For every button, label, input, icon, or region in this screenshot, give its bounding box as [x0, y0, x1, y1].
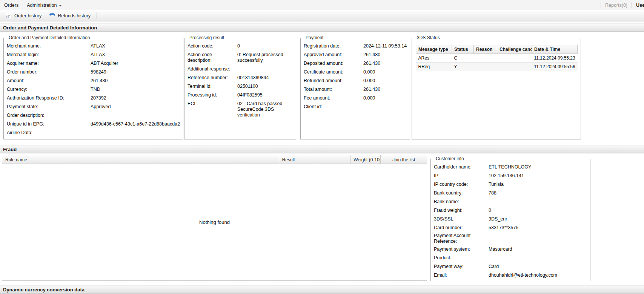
field-value: Tunisia: [489, 182, 590, 187]
field-label: Merchant name:: [7, 43, 91, 49]
field-value: 598249: [91, 69, 183, 75]
field-label: IP:: [434, 173, 489, 179]
toolbar: Order history Refunds history: [0, 10, 644, 21]
field-row: Payment Account Reference:: [431, 232, 590, 245]
field-label: Order description:: [7, 113, 91, 118]
field-row: Order number:598249: [4, 68, 183, 77]
threeds-cell: [474, 63, 497, 71]
field-label: Bank country:: [434, 190, 489, 196]
threeds-col-challenge-cancel[interactable]: Challenge cancel: [497, 45, 532, 54]
order-history-button[interactable]: Order history: [2, 11, 45, 21]
threeds-cell: [474, 54, 497, 63]
menu-administration-label: Administration: [27, 3, 57, 8]
menu-reports[interactable]: Reports(0): [601, 1, 632, 10]
menu-orders[interactable]: Orders: [0, 1, 23, 10]
fraud-col-weight[interactable]: Weight (0-100): [350, 155, 381, 164]
field-label: Order number:: [7, 69, 91, 75]
dcc-section-title: Dynamic currency conversion data: [3, 287, 85, 292]
threeds-col-date-time[interactable]: Date & Time: [532, 45, 578, 54]
field-label: Certificate amount:: [304, 69, 363, 75]
menu-user[interactable]: Use: [632, 1, 644, 10]
customer-info-fieldset: Customer info Cardholder name:ETL TECHNO…: [430, 156, 590, 281]
refund-arrow-icon: [49, 12, 55, 19]
field-label: IP country code:: [434, 182, 489, 187]
field-value: 533173**3575: [489, 225, 590, 231]
threeds-cell: 11.12.2024 09:55:56: [532, 63, 578, 71]
threeds-col-status[interactable]: Status: [452, 45, 474, 54]
threeds-col-reason[interactable]: Reason: [474, 45, 497, 54]
field-label: Refunded amount:: [304, 78, 363, 84]
field-label: Currency:: [7, 87, 91, 92]
field-label: Product:: [434, 255, 489, 261]
fraud-col-join-list[interactable]: Join the list: [381, 155, 427, 164]
threeds-cell: 11.12.2024 09:55:23: [532, 54, 578, 63]
field-row: Airline Data:: [4, 129, 183, 137]
field-value: 0.000: [363, 69, 410, 75]
field-value: Mastercard: [489, 247, 590, 252]
field-label: Approved amount:: [304, 52, 363, 58]
fraud-table-header: Rule name Result Weight (0-100) Join the…: [2, 155, 427, 164]
field-value: Card: [489, 264, 590, 270]
field-label: Processing id:: [188, 92, 237, 98]
threeds-cell: C: [452, 54, 474, 63]
field-label: Bank name:: [434, 199, 489, 205]
field-row: Merchant name:ATLAX: [4, 42, 183, 51]
field-row: Payment system:Mastercard: [431, 245, 590, 254]
field-value: ATLAX: [91, 43, 183, 49]
threeds-col-message-type[interactable]: Message type: [416, 45, 452, 54]
field-row: Payment state:Approved: [4, 103, 183, 111]
field-row: Email:dhouhahidri@etl-technology.com: [431, 271, 590, 280]
field-value: dhouhahidri@etl-technology.com: [489, 273, 590, 278]
field-value: ETL TECHNOLOGY: [489, 164, 590, 170]
fraud-section-title: Fraud: [3, 147, 17, 152]
field-value: 0.000: [363, 95, 410, 101]
field-value: 0: [237, 43, 296, 49]
threeds-cell: RReq: [416, 63, 452, 71]
order-history-icon: [6, 12, 12, 20]
field-label: Reference number:: [188, 75, 237, 81]
field-row: Acquirer name:ABT Acquirer: [4, 59, 183, 68]
field-row: Payment way:Card: [431, 262, 590, 271]
threeds-cell: Y: [452, 63, 474, 71]
field-row: Bank country:788: [431, 189, 590, 198]
fraud-empty-text: Nothing found: [199, 219, 230, 225]
menu-administration[interactable]: Administration: [23, 1, 66, 10]
field-value: 02501100: [237, 84, 296, 89]
field-value: 04IF082595: [237, 92, 296, 98]
field-row: Action code:0: [184, 42, 296, 51]
field-value: Approved: [91, 104, 183, 110]
field-row: Order description:: [4, 111, 183, 120]
refunds-history-button[interactable]: Refunds history: [45, 11, 94, 21]
threeds-cell: ARes: [416, 54, 452, 63]
field-value: 2024-12-11 09:53:14: [363, 43, 410, 49]
fraud-table-body: Nothing found: [2, 164, 427, 281]
field-row: Approved amount:261.430: [301, 51, 410, 59]
threeds-row: ARes C 11.12.2024 09:55:23: [416, 54, 578, 63]
field-row: Bank name:: [431, 198, 590, 206]
field-row: 3DS/SSL:3DS_enr: [431, 215, 590, 224]
order-details-legend: Order and Payment Detailed Information: [7, 35, 92, 40]
threeds-table-wrap: Message type Status Reason Challenge can…: [412, 42, 581, 132]
field-label: Airline Data:: [7, 130, 91, 136]
payment-legend: Payment: [304, 35, 325, 40]
field-row: Processing id:04IF082595: [184, 91, 296, 100]
field-row: Action code description:0: Request proce…: [184, 51, 296, 65]
field-value: ABT Acquirer: [91, 61, 183, 66]
field-value: 261.430: [91, 78, 183, 84]
field-label: Email:: [434, 273, 489, 278]
field-row: Registration date:2024-12-11 09:53:14: [301, 42, 410, 51]
fraud-col-rule-name[interactable]: Rule name: [2, 155, 279, 164]
threeds-status-fieldset: 3DS Status Message type Status Reason Ch…: [412, 35, 581, 139]
menu-reports-label: Reports(0): [605, 3, 627, 8]
field-row: Card number:533173**3575: [431, 224, 590, 232]
field-value: 102.159.136.141: [489, 173, 590, 179]
menubar-right: Reports(0) Use: [601, 0, 644, 10]
customer-info-legend: Customer info: [434, 156, 466, 161]
field-value: 207392: [91, 95, 183, 101]
threeds-row: RReq Y 11.12.2024 09:55:56: [416, 63, 578, 71]
field-label: Payment way:: [434, 264, 489, 270]
fraud-col-result[interactable]: Result: [279, 155, 351, 164]
payment-fieldset: Payment Registration date:2024-12-11 09:…: [300, 35, 410, 139]
dcc-section-bar: Dynamic currency conversion data: [0, 285, 644, 294]
field-label: Merchant login:: [7, 52, 91, 58]
